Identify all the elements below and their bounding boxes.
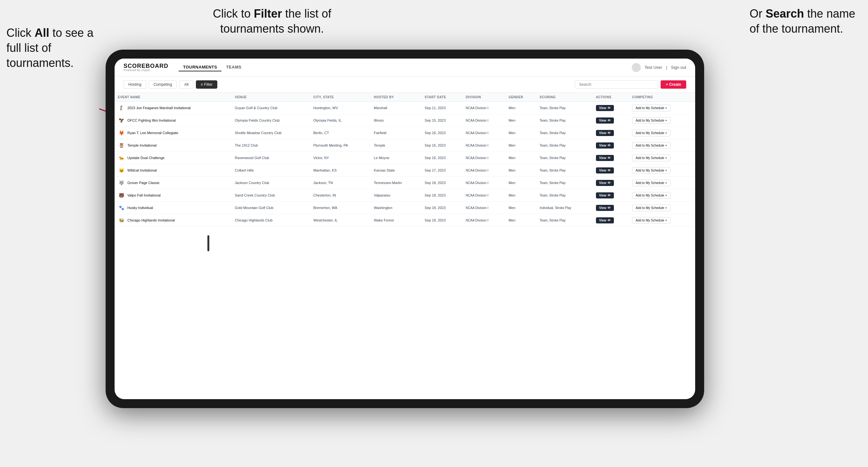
cell-scoring-7: Team, Stroke Play <box>536 189 593 201</box>
table-row: 🏌 2023 Joe Feaganes Marshall Invitationa… <box>115 102 695 114</box>
cell-hosted-by-7: Valparaiso <box>371 189 422 201</box>
eye-icon-5: 👁 <box>608 169 611 172</box>
add-to-schedule-button-8[interactable]: Add to My Schedule + <box>632 205 671 211</box>
cell-event-name-0: 🏌 2023 Joe Feaganes Marshall Invitationa… <box>115 102 232 114</box>
cell-city-state-7: Chesterton, IN <box>310 189 371 201</box>
team-logo-5: 🐱 <box>118 167 125 174</box>
cell-start-date-1: Sep 15, 2023 <box>422 114 463 127</box>
cell-start-date-8: Sep 18, 2023 <box>422 201 463 214</box>
cell-venue-8: Gold Mountain Golf Club <box>232 201 310 214</box>
team-logo-9: 🐝 <box>118 217 125 224</box>
cell-event-name-8: 🐾 Husky Individual <box>115 201 232 214</box>
view-button-5[interactable]: View 👁 <box>596 167 614 174</box>
view-button-0[interactable]: View 👁 <box>596 105 614 111</box>
view-button-4[interactable]: View 👁 <box>596 155 614 161</box>
cell-division-0: NCAA Division I <box>463 102 505 114</box>
tournaments-table-container: EVENT NAME VENUE CITY, STATE HOSTED BY S… <box>115 93 695 399</box>
cell-start-date-2: Sep 16, 2023 <box>422 127 463 139</box>
add-to-schedule-button-0[interactable]: Add to My Schedule + <box>632 105 671 112</box>
view-button-9[interactable]: View 👁 <box>596 217 614 223</box>
view-button-6[interactable]: View 👁 <box>596 180 614 186</box>
nav-tab-tournaments[interactable]: TOURNAMENTS <box>179 63 221 71</box>
event-name-0: 2023 Joe Feaganes Marshall Invitational <box>127 106 191 110</box>
add-to-schedule-button-4[interactable]: Add to My Schedule + <box>632 155 671 161</box>
cell-actions-6: View 👁 <box>593 177 629 189</box>
team-logo-1: 🦅 <box>118 117 125 124</box>
annotation-topright: Or Search the name of the tournament. <box>750 6 859 36</box>
cell-venue-4: Ravenwood Golf Club <box>232 152 310 164</box>
add-to-schedule-button-9[interactable]: Add to My Schedule + <box>632 217 671 224</box>
table-row: 🦉 Temple Invitational The 1912 Club Plym… <box>115 139 695 152</box>
cell-event-name-6: 🐺 Grover Page Classic <box>115 177 232 189</box>
event-name-1: OFCC Fighting Illini Invitational <box>127 118 176 122</box>
cell-actions-4: View 👁 <box>593 152 629 164</box>
cell-city-state-5: Manhattan, KS <box>310 164 371 177</box>
add-to-schedule-button-7[interactable]: Add to My Schedule + <box>632 192 671 199</box>
event-name-6: Grover Page Classic <box>127 181 160 185</box>
cell-scoring-9: Team, Stroke Play <box>536 214 593 227</box>
cell-competing-7: Add to My Schedule + <box>629 189 695 201</box>
cell-venue-3: The 1912 Club <box>232 139 310 152</box>
cell-venue-5: Colbert Hills <box>232 164 310 177</box>
filter-icon: ≡ <box>201 82 204 87</box>
cell-competing-9: Add to My Schedule + <box>629 214 695 227</box>
tab-competing[interactable]: Competing <box>149 80 177 89</box>
event-name-3: Temple Invitational <box>127 144 156 147</box>
cell-scoring-4: Team, Stroke Play <box>536 152 593 164</box>
cell-start-date-7: Sep 18, 2023 <box>422 189 463 201</box>
team-logo-3: 🦉 <box>118 142 125 149</box>
annotation-topcenter: Click to Filter the list of tournaments … <box>192 6 352 36</box>
event-name-2: Ryan T. Lee Memorial Collegiate <box>127 131 178 135</box>
cell-venue-9: Chicago Highlands Club <box>232 214 310 227</box>
cell-hosted-by-8: Washington <box>371 201 422 214</box>
cell-event-name-4: 🐆 Upstate Dual Challenge <box>115 152 232 164</box>
cell-gender-2: Men <box>505 127 536 139</box>
eye-icon-3: 👁 <box>608 144 611 147</box>
user-name: Test User <box>645 65 662 70</box>
cell-competing-5: Add to My Schedule + <box>629 164 695 177</box>
col-venue: VENUE <box>232 93 310 102</box>
cell-actions-5: View 👁 <box>593 164 629 177</box>
cell-city-state-3: Plymouth Meeting, PA <box>310 139 371 152</box>
header-left: SCOREBOARD Powered by clippd TOURNAMENTS… <box>124 63 246 72</box>
add-to-schedule-button-5[interactable]: Add to My Schedule + <box>632 167 671 174</box>
cell-actions-8: View 👁 <box>593 201 629 214</box>
cell-scoring-8: Individual, Stroke Play <box>536 201 593 214</box>
cell-start-date-4: Sep 16, 2023 <box>422 152 463 164</box>
tab-all[interactable]: All <box>180 80 193 89</box>
view-button-3[interactable]: View 👁 <box>596 143 614 149</box>
logo-subtitle: Powered by clippd <box>124 69 168 72</box>
cell-city-state-4: Victor, NY <box>310 152 371 164</box>
add-to-schedule-button-3[interactable]: Add to My Schedule + <box>632 142 671 149</box>
nav-tab-teams[interactable]: TEAMS <box>221 63 246 71</box>
view-button-8[interactable]: View 👁 <box>596 205 614 211</box>
add-to-schedule-button-6[interactable]: Add to My Schedule + <box>632 180 671 186</box>
create-button[interactable]: + Create <box>660 80 686 89</box>
team-logo-2: 🦊 <box>118 129 125 136</box>
tab-hosting[interactable]: Hosting <box>124 80 146 89</box>
header-right: Test User | Sign out <box>632 63 686 72</box>
filter-button[interactable]: ≡ Filter <box>196 80 217 89</box>
add-to-schedule-button-1[interactable]: Add to My Schedule + <box>632 117 671 124</box>
cell-city-state-6: Jackson, TN <box>310 177 371 189</box>
event-name-8: Husky Individual <box>127 206 153 210</box>
user-avatar <box>632 63 641 72</box>
main-nav: TOURNAMENTS TEAMS <box>179 63 246 71</box>
logo-text: SCOREBOARD <box>124 63 168 69</box>
cell-gender-1: Men <box>505 114 536 127</box>
view-button-2[interactable]: View 👁 <box>596 130 614 136</box>
cell-event-name-1: 🦅 OFCC Fighting Illini Invitational <box>115 114 232 127</box>
team-logo-8: 🐾 <box>118 204 125 211</box>
col-start-date: START DATE <box>422 93 463 102</box>
eye-icon-7: 👁 <box>608 194 611 197</box>
cell-hosted-by-9: Wake Forest <box>371 214 422 227</box>
search-input[interactable] <box>575 80 658 89</box>
col-scoring: SCORING <box>536 93 593 102</box>
table-row: 🐆 Upstate Dual Challenge Ravenwood Golf … <box>115 152 695 164</box>
event-name-7: Valpo Fall Invitational <box>127 193 161 197</box>
view-button-1[interactable]: View 👁 <box>596 118 614 124</box>
view-button-7[interactable]: View 👁 <box>596 192 614 198</box>
add-to-schedule-button-2[interactable]: Add to My Schedule + <box>632 130 671 136</box>
cell-scoring-2: Team, Stroke Play <box>536 127 593 139</box>
sign-out-link[interactable]: Sign out <box>671 65 686 70</box>
